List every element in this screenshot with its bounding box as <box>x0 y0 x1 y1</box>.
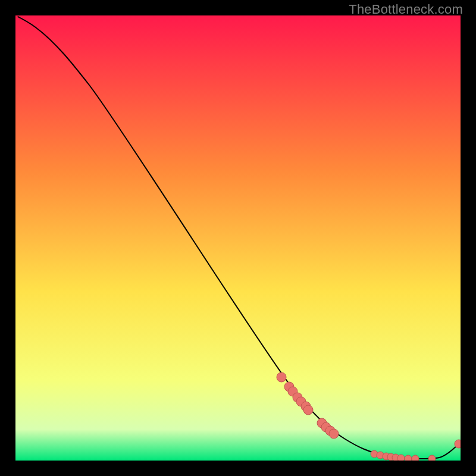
curve-marker <box>455 440 461 448</box>
plot-area <box>15 15 461 461</box>
curve-marker <box>277 372 286 382</box>
curve-marker <box>329 429 339 439</box>
gradient-background <box>15 15 461 461</box>
chart-svg <box>15 15 461 461</box>
curve-marker <box>303 405 313 415</box>
curve-marker <box>412 455 419 461</box>
curve-marker <box>428 455 436 461</box>
chart-stage: TheBottleneck.com <box>0 0 476 476</box>
curve-marker <box>405 455 412 461</box>
curve-marker <box>397 455 405 461</box>
